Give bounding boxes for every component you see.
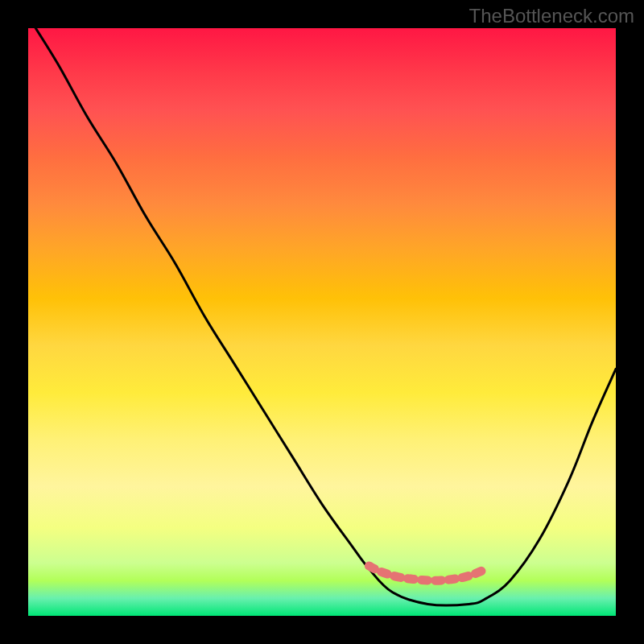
optimal-band-path [369,566,486,580]
bottleneck-curve-path [28,28,616,605]
chart-svg [28,28,616,616]
watermark-text: TheBottleneck.com [469,5,634,27]
chart-plot-area [28,28,616,616]
